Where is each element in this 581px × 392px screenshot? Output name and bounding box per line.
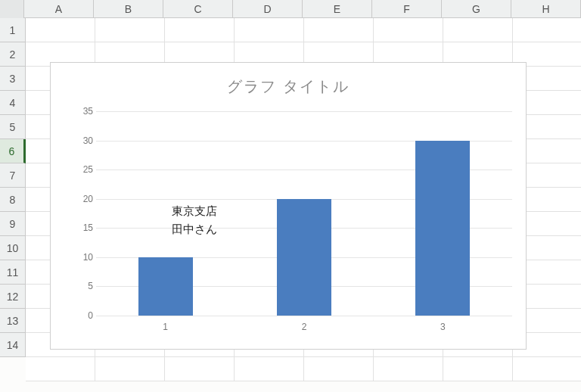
row-header-2[interactable]: 2 — [0, 42, 25, 67]
x-tick-label: 3 — [374, 322, 512, 332]
spreadsheet: A B C D E F G H 1 2 3 4 5 6 7 8 9 10 11 … — [0, 0, 581, 392]
y-tick-label: 35 — [73, 106, 93, 117]
y-tick-label: 30 — [73, 135, 93, 146]
bar[interactable] — [138, 257, 193, 316]
column-header-c[interactable]: C — [163, 0, 233, 18]
x-tick-label: 2 — [235, 322, 373, 332]
y-tick-label: 20 — [73, 194, 93, 204]
row-header-3[interactable]: 3 — [0, 67, 25, 91]
bar-slot: 3 — [374, 111, 512, 316]
plot-area[interactable]: 05101520253035 123 東京支店 田中さん — [96, 111, 512, 316]
chart[interactable]: グラフ タイトル 05101520253035 123 東京支店 田中さん — [50, 62, 527, 350]
row-header-1[interactable]: 1 — [0, 18, 25, 42]
column-header-h[interactable]: H — [511, 0, 581, 18]
column-header-d[interactable]: D — [233, 0, 303, 18]
row-header-5[interactable]: 5 — [0, 115, 25, 139]
y-tick-label: 25 — [73, 164, 93, 175]
y-tick-label: 15 — [73, 222, 93, 233]
y-tick-label: 0 — [73, 310, 93, 321]
annotation-line-1: 東京支店 — [172, 204, 217, 217]
bar[interactable] — [277, 199, 331, 316]
annotation-line-2: 田中さん — [172, 222, 217, 235]
bar[interactable] — [415, 141, 470, 316]
row-header-7[interactable]: 7 — [0, 163, 25, 188]
column-header-b[interactable]: B — [94, 0, 163, 18]
row-header-9[interactable]: 9 — [0, 212, 25, 236]
column-header-g[interactable]: G — [442, 0, 511, 18]
row-header-13[interactable]: 13 — [0, 309, 25, 333]
row-header-8[interactable]: 8 — [0, 188, 25, 212]
row-header-12[interactable]: 12 — [0, 285, 25, 309]
row-header-14[interactable]: 14 — [0, 333, 25, 357]
annotation-0[interactable]: 東京支店 田中さん — [172, 202, 217, 238]
y-tick-label: 10 — [73, 252, 93, 263]
row-header-4[interactable]: 4 — [0, 91, 25, 115]
column-header-a[interactable]: A — [24, 0, 94, 18]
column-header-e[interactable]: E — [303, 0, 372, 18]
bars: 123 — [96, 111, 512, 316]
select-all-corner[interactable] — [0, 0, 24, 18]
row-headers: 1 2 3 4 5 6 7 8 9 10 11 12 13 14 — [0, 18, 26, 357]
row-header-10[interactable]: 10 — [0, 236, 25, 260]
row-header-6[interactable]: 6 — [0, 139, 26, 163]
gridline — [96, 316, 512, 316]
column-header-f[interactable]: F — [372, 0, 442, 18]
column-headers: A B C D E F G H — [0, 0, 581, 18]
chart-title[interactable]: グラフ タイトル — [51, 76, 526, 97]
row-header-11[interactable]: 11 — [0, 260, 25, 285]
x-tick-label: 1 — [96, 322, 235, 332]
y-tick-label: 5 — [73, 281, 93, 291]
bar-slot: 2 — [235, 111, 373, 316]
